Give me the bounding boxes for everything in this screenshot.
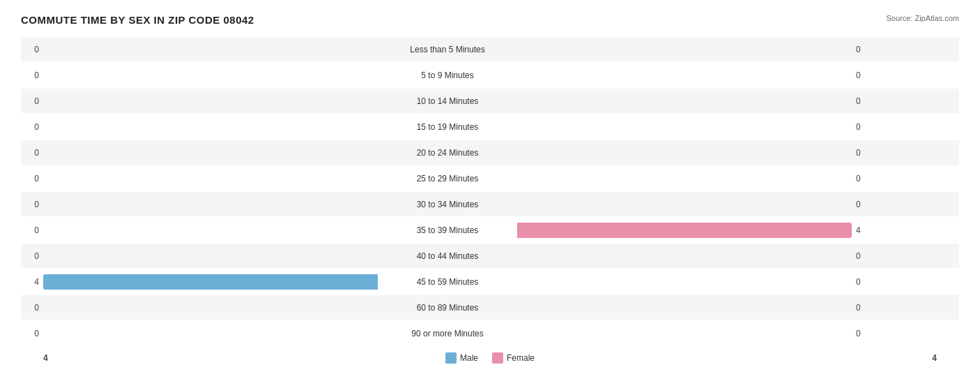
right-bar-container <box>517 68 852 83</box>
right-value: 0 <box>852 70 874 80</box>
bar-row: 0 5 to 9 Minutes 0 <box>21 63 959 87</box>
left-bar-container <box>43 94 378 109</box>
row-label: 15 to 19 Minutes <box>378 122 517 132</box>
right-bar-container <box>517 197 852 212</box>
bar-row: 0 60 to 89 Minutes 0 <box>21 295 959 320</box>
right-bar-container <box>517 300 852 315</box>
left-bar-container <box>43 68 378 83</box>
right-value: 0 <box>852 329 874 338</box>
right-value: 0 <box>852 174 874 184</box>
row-label: 5 to 9 Minutes <box>378 70 517 80</box>
left-bar-container <box>43 248 378 264</box>
left-value: 0 <box>21 303 43 313</box>
left-value: 0 <box>21 96 43 106</box>
right-bar-container <box>517 274 852 290</box>
bar-row: 0 10 to 14 Minutes 0 <box>21 89 959 113</box>
right-value: 0 <box>852 122 874 132</box>
male-bar <box>43 274 378 290</box>
right-bar-container <box>517 94 852 109</box>
footer-left-value: 4 <box>43 353 48 363</box>
right-bar-container <box>517 42 852 57</box>
left-bar-container <box>43 223 378 238</box>
left-value: 0 <box>21 122 43 132</box>
legend-male: Male <box>445 352 478 364</box>
right-bar-container <box>517 326 852 341</box>
bar-row: 0 35 to 39 Minutes 4 <box>21 218 959 242</box>
right-value: 0 <box>852 200 874 209</box>
left-bar-container <box>43 197 378 212</box>
row-label: 40 to 44 Minutes <box>378 251 517 261</box>
left-bar-container <box>43 300 378 315</box>
right-value: 0 <box>852 251 874 261</box>
left-bar-container <box>43 145 378 161</box>
left-bar-container <box>43 119 378 135</box>
legend-female: Female <box>492 352 535 364</box>
footer-row: 4 Male Female 4 <box>21 352 959 364</box>
bar-row: 0 90 or more Minutes 0 <box>21 321 959 345</box>
row-label: 60 to 89 Minutes <box>378 303 517 313</box>
legend: Male Female <box>48 352 933 364</box>
left-bar-container <box>43 42 378 57</box>
right-bar-container <box>517 171 852 186</box>
left-value: 0 <box>21 148 43 158</box>
bar-row: 4 45 to 59 Minutes 0 <box>21 269 959 294</box>
female-bar <box>517 223 852 238</box>
right-value: 0 <box>852 148 874 158</box>
header: COMMUTE TIME BY SEX IN ZIP CODE 08042 So… <box>21 14 959 26</box>
right-value: 4 <box>852 225 874 235</box>
bar-row: 0 Less than 5 Minutes 0 <box>21 37 959 61</box>
right-bar-container <box>517 223 852 238</box>
left-value: 0 <box>21 45 43 54</box>
right-value: 0 <box>852 277 874 287</box>
chart-area: 0 Less than 5 Minutes 0 0 5 to 9 Minutes… <box>21 37 959 345</box>
right-bar-container <box>517 119 852 135</box>
left-value: 0 <box>21 225 43 235</box>
female-legend-box <box>492 352 503 364</box>
row-label: 30 to 34 Minutes <box>378 200 517 209</box>
row-label: 45 to 59 Minutes <box>378 277 517 287</box>
left-value: 0 <box>21 200 43 209</box>
left-value: 0 <box>21 70 43 80</box>
bar-row: 0 30 to 34 Minutes 0 <box>21 192 959 216</box>
left-value: 4 <box>21 277 43 287</box>
left-value: 0 <box>21 251 43 261</box>
right-value: 0 <box>852 45 874 54</box>
row-label: 35 to 39 Minutes <box>378 225 517 235</box>
row-label: 20 to 24 Minutes <box>378 148 517 158</box>
left-bar-container <box>43 171 378 186</box>
bar-row: 0 15 to 19 Minutes 0 <box>21 114 959 139</box>
left-bar-container <box>43 326 378 341</box>
male-legend-label: Male <box>460 353 478 363</box>
right-bar-container <box>517 248 852 264</box>
row-label: 25 to 29 Minutes <box>378 174 517 184</box>
female-legend-label: Female <box>507 353 535 363</box>
left-value: 0 <box>21 329 43 338</box>
source-text: Source: ZipAtlas.com <box>886 14 959 22</box>
bar-row: 0 20 to 24 Minutes 0 <box>21 140 959 165</box>
right-bar-container <box>517 145 852 161</box>
footer-right-value: 4 <box>932 353 937 363</box>
row-label: Less than 5 Minutes <box>378 45 517 54</box>
right-value: 0 <box>852 303 874 313</box>
bar-row: 0 40 to 44 Minutes 0 <box>21 244 959 268</box>
row-label: 90 or more Minutes <box>378 329 517 338</box>
right-value: 0 <box>852 96 874 106</box>
male-legend-box <box>445 352 457 364</box>
row-label: 10 to 14 Minutes <box>378 96 517 106</box>
chart-title: COMMUTE TIME BY SEX IN ZIP CODE 08042 <box>21 14 254 26</box>
left-bar-container <box>43 274 378 290</box>
page-wrapper: COMMUTE TIME BY SEX IN ZIP CODE 08042 So… <box>21 14 959 364</box>
bar-row: 0 25 to 29 Minutes 0 <box>21 166 959 191</box>
left-value: 0 <box>21 174 43 184</box>
